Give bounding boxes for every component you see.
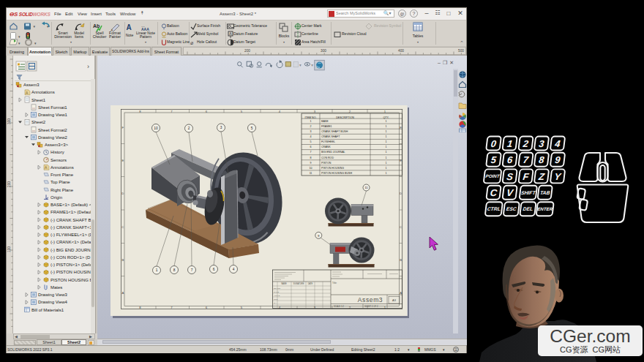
svg-text:SHEET 2 OF 2: SHEET 2 OF 2: [364, 305, 378, 308]
svg-text:Drawing View1: Drawing View1: [38, 113, 68, 117]
svg-text:▾: ▾: [18, 41, 20, 45]
svg-text:History: History: [50, 150, 64, 154]
svg-text:Origin: Origin: [50, 195, 62, 200]
svg-text:100: 100: [7, 246, 11, 252]
svg-text:▾: ▾: [34, 24, 36, 29]
svg-text:FRAME1<1> (Defaul: FRAME1<1> (Defaul: [50, 210, 91, 214]
svg-text:Annotations: Annotations: [31, 90, 55, 94]
svg-text:ITEM NO.: ITEM NO.: [305, 116, 317, 119]
svg-text:(-) FLYWHEEL<1> (D: (-) FLYWHEEL<1> (D: [50, 233, 94, 237]
svg-text:7: 7: [191, 268, 193, 272]
svg-text:Q.A: Q.A: [274, 302, 277, 304]
svg-text:1: 1: [386, 162, 387, 165]
svg-text:1: 1: [386, 135, 387, 138]
svg-text:1: 1: [156, 268, 158, 272]
svg-text:SHIFT: SHIFT: [521, 190, 536, 195]
svg-text:TAB: TAB: [540, 190, 550, 195]
svg-text:NAME: NAME: [281, 282, 287, 285]
svg-text:3: 3: [310, 130, 312, 133]
svg-text:›: ›: [87, 63, 89, 70]
svg-text:(-) CRANK SHAFT<1: (-) CRANK SHAFT<1: [50, 225, 93, 230]
svg-text:Annotations: Annotations: [50, 165, 74, 170]
svg-text:SIGNATURE: SIGNATURE: [293, 282, 304, 285]
svg-text:QTY.: QTY.: [383, 116, 389, 119]
svg-text:200: 200: [7, 181, 11, 187]
svg-text:C: C: [400, 225, 402, 229]
svg-text:Right Plane: Right Plane: [50, 188, 74, 192]
svg-text:Assem3<3>: Assem3<3>: [45, 143, 69, 147]
svg-text:FLYWHEEL: FLYWHEEL: [321, 140, 335, 143]
svg-text:E: E: [400, 159, 402, 162]
svg-text:Ab: Ab: [93, 23, 100, 29]
svg-text:Assem3: Assem3: [358, 296, 383, 303]
svg-text:(-) CON ROD<1> (D: (-) CON ROD<1> (D: [50, 255, 91, 260]
svg-text:DATE: DATE: [308, 282, 313, 285]
svg-text:POINT: POINT: [485, 173, 501, 178]
svg-text:Front Plane: Front Plane: [50, 173, 74, 177]
svg-text:400: 400: [398, 49, 404, 53]
svg-text:CRANK: CRANK: [321, 146, 331, 148]
svg-text:1: 1: [386, 120, 387, 123]
svg-text:10: 10: [310, 167, 312, 170]
svg-text:A: A: [400, 291, 402, 295]
svg-text:Top Plane: Top Plane: [50, 180, 70, 184]
svg-text:▾: ▾: [299, 63, 302, 67]
svg-text:B: B: [400, 258, 402, 262]
svg-text:1: 1: [386, 140, 387, 143]
svg-text:▾: ▾: [311, 63, 313, 67]
svg-text:A: A: [229, 31, 232, 36]
svg-text:10: 10: [154, 127, 158, 130]
svg-text:Sheet Format2: Sheet Format2: [38, 128, 67, 132]
svg-text:4: 4: [233, 268, 235, 271]
svg-text:1: 1: [386, 157, 387, 159]
svg-text:7: 7: [310, 151, 312, 154]
svg-text:PISTON HOUSING: PISTON HOUSING: [321, 167, 344, 170]
svg-text:Sheet Format1: Sheet Format1: [38, 105, 67, 110]
svg-text:9: 9: [310, 162, 312, 165]
svg-text:BASE: BASE: [321, 120, 329, 123]
svg-text:5: 5: [251, 127, 253, 130]
svg-text:A: A: [121, 291, 124, 295]
svg-text:CRANK SHAFT: CRANK SHAFT: [321, 135, 340, 138]
svg-text:Sheet1: Sheet1: [31, 98, 46, 102]
svg-text:Drawing View3: Drawing View3: [38, 293, 68, 297]
svg-text:▾: ▾: [18, 34, 20, 39]
svg-text:SCALE 1:2: SCALE 1:2: [334, 305, 344, 308]
svg-text:8: 8: [310, 157, 312, 159]
svg-text:5: 5: [310, 140, 312, 143]
svg-text:D: D: [121, 192, 124, 195]
svg-text:(-) BIG END JOURNA: (-) BIG END JOURNA: [50, 248, 94, 252]
svg-text:BASE<1> (Default) <: BASE<1> (Default) <: [50, 203, 92, 207]
svg-text:CRANK SHAFT BUSH: CRANK SHAFT BUSH: [321, 130, 348, 133]
svg-text:Drawing View2: Drawing View2: [38, 135, 68, 140]
svg-text:Sheet2: Sheet2: [31, 120, 46, 124]
svg-text:A: A: [127, 23, 132, 31]
svg-text:6: 6: [310, 146, 312, 148]
svg-text:(-) CRANK SHAFT BU: (-) CRANK SHAFT BU: [50, 218, 94, 222]
svg-text:1: 1: [386, 130, 387, 133]
svg-text:B: B: [121, 258, 124, 262]
svg-text:2: 2: [188, 127, 190, 130]
svg-text:Mates: Mates: [50, 285, 62, 290]
svg-text:4: 4: [310, 135, 312, 138]
svg-text:3: 3: [220, 126, 222, 129]
svg-text:DEL: DEL: [523, 206, 533, 211]
svg-text:⌀: ⌀: [190, 40, 193, 45]
svg-text:(-) CRANK<1> (Defa: (-) CRANK<1> (Defa: [50, 240, 91, 244]
svg-text:F: F: [122, 126, 124, 129]
svg-text:(-) PISTON HOUSING: (-) PISTON HOUSING: [50, 270, 94, 274]
svg-text:F: F: [400, 126, 402, 129]
svg-text:FRAME1: FRAME1: [321, 125, 332, 128]
svg-text:ENTER: ENTER: [537, 206, 553, 211]
svg-text:Bill of Materials1: Bill of Materials1: [31, 308, 64, 312]
svg-text:300: 300: [7, 118, 11, 124]
svg-text:11: 11: [310, 172, 312, 175]
svg-text:1: 1: [386, 125, 387, 128]
svg-text:PISTON HOUSING B: PISTON HOUSING B: [50, 278, 93, 282]
svg-text:(-) PISTON<1> (Defa: (-) PISTON<1> (Defa: [50, 263, 92, 267]
svg-text:1: 1: [386, 146, 387, 148]
svg-text:8: 8: [173, 268, 176, 272]
svg-text:1: 1: [310, 120, 312, 123]
svg-text:▾: ▾: [34, 41, 37, 45]
svg-text:PISTON: PISTON: [321, 162, 332, 165]
